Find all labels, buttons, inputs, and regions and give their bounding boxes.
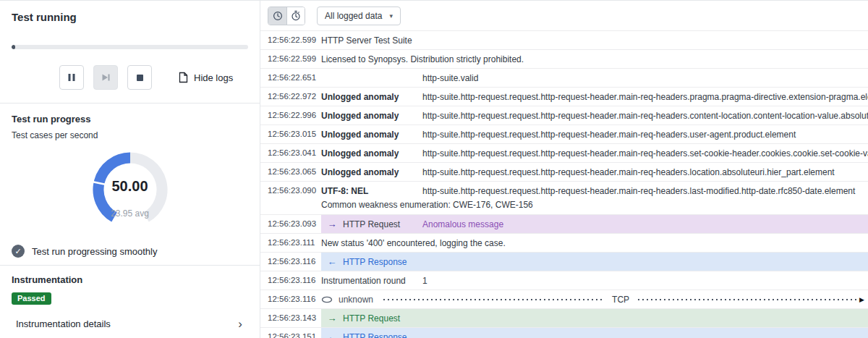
page-title: Test running xyxy=(12,11,248,23)
stopwatch-icon xyxy=(291,10,301,21)
timestamp: 12:56:23.093 xyxy=(260,215,321,233)
timestamp: 12:56:23.111 xyxy=(260,234,321,252)
hide-logs-label: Hide logs xyxy=(194,72,233,83)
timestamp: 12:56:23.151 xyxy=(260,328,321,338)
log-rows-list: 12:56:22.599HTTP Server Test Suite12:56:… xyxy=(260,30,868,338)
test-run-progress-fill xyxy=(12,45,15,49)
log-message-detail: 1 xyxy=(422,276,427,286)
instrumentation-details-link[interactable]: Instrumentation details › xyxy=(12,315,248,333)
log-filter-dropdown[interactable]: All logged data ▾ xyxy=(317,7,401,25)
log-row-content: Instrumentation round1 xyxy=(321,271,868,290)
log-message-label: Licensed to Synopsys. Distribution stric… xyxy=(321,54,529,64)
caret-down-icon: ▾ xyxy=(389,12,393,20)
flow-protocol-label: TCP xyxy=(612,295,629,305)
gauge-value: 50.00 xyxy=(87,178,174,195)
message-type-label: HTTP Response xyxy=(343,257,422,267)
log-message-detail: http-suite.http-request.request.http-req… xyxy=(422,130,796,140)
log-row[interactable]: 12:56:22.599HTTP Server Test Suite xyxy=(260,31,868,50)
skip-next-icon xyxy=(101,73,111,82)
flow-arrow-end-icon: ▶ xyxy=(859,296,864,303)
log-row[interactable]: 12:56:23.015Unlogged anomalyhttp-suite.h… xyxy=(260,125,868,144)
log-message-extra: Common weakness enumeration: CWE-176, CW… xyxy=(321,200,868,214)
log-row[interactable]: 12:56:23.041Unlogged anomalyhttp-suite.h… xyxy=(260,144,868,163)
message-detail: Anomalous message xyxy=(422,219,503,229)
flow-endpoint-label: unknown xyxy=(339,295,373,305)
log-row[interactable]: 12:56:23.116unknownTCP▶ xyxy=(260,290,868,309)
stop-button[interactable] xyxy=(127,65,152,90)
progress-section-heading: Test run progress xyxy=(12,114,248,124)
log-message-label: Unlogged anomaly xyxy=(321,92,422,102)
gauge-average: 23.95 avg xyxy=(87,208,174,219)
log-message-label: HTTP Server Test Suite xyxy=(321,35,422,46)
log-toolbar: All logged data ▾ xyxy=(260,1,868,30)
log-message-label: Unlogged anomaly xyxy=(321,111,422,121)
log-message-detail: http-suite.http-request.request.http-req… xyxy=(422,186,855,196)
log-row-content: ←HTTP Response xyxy=(321,328,868,338)
tps-label: Test cases per second xyxy=(12,130,248,140)
stop-icon xyxy=(136,74,144,82)
timestamp: 12:56:23.143 xyxy=(260,309,321,327)
flow-dotted-line xyxy=(383,299,603,300)
check-circle-icon: ✓ xyxy=(12,245,25,258)
log-row-content: HTTP Server Test Suite xyxy=(321,31,868,49)
log-row-content: ←HTTP Response xyxy=(321,253,868,271)
timestamp: 12:56:23.116 xyxy=(260,290,321,308)
timestamp: 12:56:23.116 xyxy=(260,253,321,271)
log-row-content: →HTTP RequestAnomalous message xyxy=(321,215,868,233)
log-row[interactable]: 12:56:22.599Licensed to Synopsys. Distri… xyxy=(260,50,868,69)
message-type-label: HTTP Request xyxy=(343,313,422,324)
log-row[interactable]: 12:56:23.116Instrumentation round1 xyxy=(260,271,868,290)
log-row-content: http-suite.valid xyxy=(321,69,868,87)
instrumentation-section: Instrumentation Passed Instrumentation d… xyxy=(0,266,260,338)
log-row[interactable]: 12:56:22.972Unlogged anomalyhttp-suite.h… xyxy=(260,88,868,106)
log-row[interactable]: 12:56:22.651http-suite.valid xyxy=(260,69,868,88)
log-row-content: Unlogged anomalyhttp-suite.http-request.… xyxy=(321,106,868,124)
log-row[interactable]: 12:56:23.151←HTTP Response xyxy=(260,328,868,338)
timestamp: 12:56:22.599 xyxy=(260,31,321,49)
test-run-progress-section: Test run progress Test cases per second … xyxy=(0,103,260,266)
log-message-detail: http-suite.http-request.request.http-req… xyxy=(422,167,835,177)
arrow-left-icon: ← xyxy=(321,256,343,267)
log-message-label: Unlogged anomaly xyxy=(321,167,422,177)
connection-oval-icon xyxy=(321,296,333,303)
log-filter-value: All logged data xyxy=(325,11,382,21)
log-row-content: Licensed to Synopsys. Distribution stric… xyxy=(321,50,868,68)
log-row-content: →HTTP Request xyxy=(321,309,868,327)
arrow-left-icon: ← xyxy=(321,331,343,338)
timestamp: 12:56:23.065 xyxy=(260,163,321,181)
tps-gauge: 50.00 23.95 avg xyxy=(87,146,174,233)
flow-dotted-line xyxy=(638,299,858,300)
log-row[interactable]: 12:56:23.111New status '400' encountered… xyxy=(260,234,868,253)
document-icon xyxy=(179,72,188,83)
log-row[interactable]: 12:56:23.065Unlogged anomalyhttp-suite.h… xyxy=(260,163,868,182)
log-row[interactable]: 12:56:23.143→HTTP Request xyxy=(260,309,868,328)
log-row-content: New status '400' encountered, logging th… xyxy=(321,234,868,252)
run-controls: Hide logs xyxy=(59,65,248,90)
log-row[interactable]: 12:56:23.093→HTTP RequestAnomalous messa… xyxy=(260,215,868,234)
log-row-content: Unlogged anomalyhttp-suite.http-request.… xyxy=(321,163,868,181)
instrumentation-status-badge: Passed xyxy=(12,292,51,305)
timestamp: 12:56:22.651 xyxy=(260,69,321,87)
skip-button xyxy=(93,65,118,90)
test-run-progress-bar xyxy=(12,45,248,49)
log-row[interactable]: 12:56:23.116←HTTP Response xyxy=(260,253,868,271)
log-message-detail: http-suite.valid xyxy=(422,73,478,83)
test-run-sidebar: Test running xyxy=(0,1,260,338)
timestamp: 12:56:23.116 xyxy=(260,271,321,290)
app-window: Test running xyxy=(0,1,868,338)
log-message-label: Unlogged anomaly xyxy=(321,148,422,159)
arrow-right-icon: → xyxy=(321,219,343,229)
time-mode-toggle xyxy=(268,7,305,25)
timestamp: 12:56:23.090 xyxy=(260,182,321,214)
pause-button[interactable] xyxy=(59,65,84,90)
timestamp: 12:56:22.996 xyxy=(260,106,321,124)
log-row[interactable]: 12:56:22.996Unlogged anomalyhttp-suite.h… xyxy=(260,106,868,125)
absolute-time-button[interactable] xyxy=(268,7,286,25)
elapsed-time-button[interactable] xyxy=(286,7,305,25)
log-row[interactable]: 12:56:23.090UTF-8: NELhttp-suite.http-re… xyxy=(260,182,868,215)
timestamp: 12:56:22.972 xyxy=(260,88,321,106)
log-message-label: Unlogged anomaly xyxy=(321,130,422,140)
log-message-label: Instrumentation round xyxy=(321,276,422,286)
log-message-label: New status '400' encountered, logging th… xyxy=(321,238,511,248)
hide-logs-button[interactable]: Hide logs xyxy=(179,72,233,83)
